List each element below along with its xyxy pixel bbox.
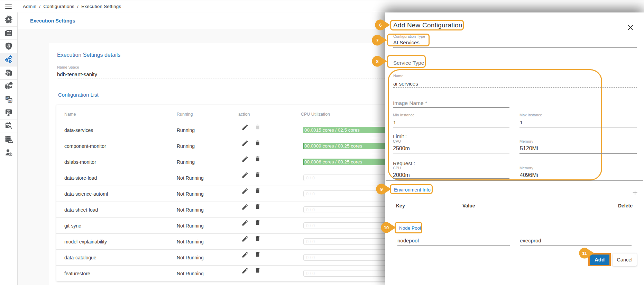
svg-text:10: 10	[384, 225, 389, 230]
svg-text:7: 7	[376, 38, 378, 43]
svg-text:9: 9	[380, 187, 383, 192]
svg-text:6: 6	[379, 23, 381, 28]
svg-text:A: A	[9, 99, 11, 103]
svg-text:8: 8	[376, 59, 378, 64]
svg-text:11: 11	[582, 251, 587, 256]
